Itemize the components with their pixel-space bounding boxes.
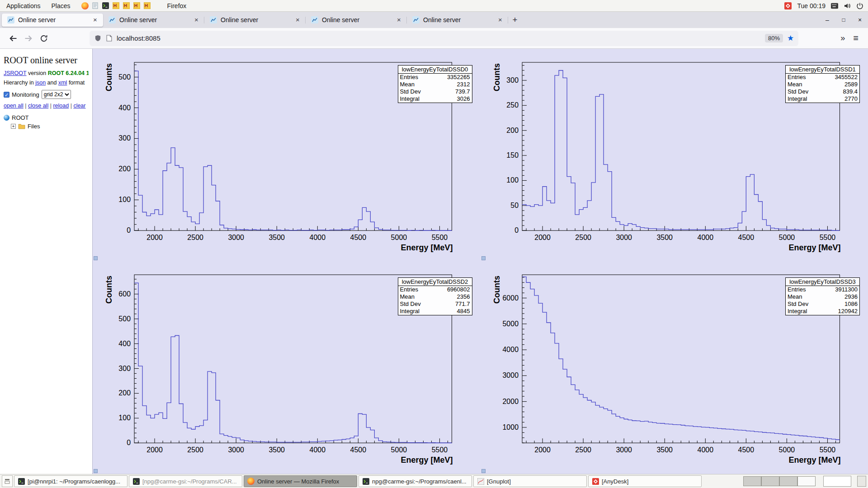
jsroot-link[interactable]: JSROOT [4, 70, 26, 76]
panel-resize-handle[interactable] [481, 256, 486, 260]
clock[interactable]: Tue 00:19 [797, 2, 826, 9]
stat-label: Std Dev [788, 300, 808, 308]
svg-text:4500: 4500 [350, 234, 367, 241]
layout-select[interactable]: grid 2x2 [42, 90, 71, 99]
tab-online-server-2[interactable]: Online server × [103, 14, 204, 27]
reload-button[interactable] [36, 31, 52, 46]
app-launcher-icon[interactable] [113, 2, 120, 9]
zoom-indicator[interactable]: 80% [765, 34, 783, 42]
taskbar-item-firefox[interactable]: Online server — Mozilla Firefox [244, 475, 357, 487]
workspace-4[interactable] [797, 476, 816, 486]
panel-resize-handle[interactable] [94, 256, 98, 260]
files-launcher-icon[interactable] [92, 2, 99, 9]
stats-box[interactable]: lowEnergyEyTotalDSSD3 Entries3911300 Mea… [785, 277, 860, 315]
power-icon[interactable] [856, 2, 863, 9]
tab-close-icon[interactable]: × [293, 16, 302, 24]
new-tab-button[interactable]: + [508, 14, 522, 27]
xml-link[interactable]: xml [58, 80, 67, 86]
app-launcher-icon[interactable] [123, 2, 130, 9]
minimize-button[interactable]: – [819, 13, 835, 27]
app-launcher-icon[interactable] [133, 2, 141, 9]
svg-text:250: 250 [506, 101, 519, 109]
tab-online-server-3[interactable]: Online server × [204, 14, 306, 27]
tab-close-icon[interactable]: × [91, 16, 99, 24]
stat-label: Mean [788, 293, 802, 300]
taskbar-item-anydesk[interactable]: [AnyDesk] [588, 475, 702, 487]
page-content: ROOT online server JSROOT version ROOT 6… [0, 49, 868, 474]
taskbar-item-terminal-2[interactable]: [npg@carme-gsi:~/Programs/CAR... [129, 475, 242, 487]
version-line: JSROOT version ROOT 6.24.04 13/07/2 [4, 70, 89, 76]
taskbar-corner-button[interactable] [857, 476, 866, 487]
panel-resize-handle[interactable] [481, 469, 486, 473]
bookmark-star-icon[interactable]: ★ [787, 33, 794, 43]
expand-icon[interactable]: + [11, 124, 16, 129]
page-info-icon[interactable] [105, 35, 113, 42]
reload-link[interactable]: reload [53, 103, 69, 109]
close-window-button[interactable]: × [852, 13, 868, 27]
svg-text:5000: 5000 [778, 234, 795, 241]
panel-resize-handle[interactable] [94, 469, 98, 473]
tab-title: Online server [18, 16, 87, 23]
clear-link[interactable]: clear [73, 103, 85, 109]
show-desktop-button[interactable] [823, 476, 851, 487]
tree-item-files[interactable]: + Files [4, 122, 89, 131]
url-bar[interactable]: localhost:8085 80% ★ [90, 31, 798, 46]
taskbar-item-terminal-3[interactable]: npg@carme-gsi:~/Programs/caenl... [359, 475, 472, 487]
svg-text:5500: 5500 [819, 234, 835, 241]
app-launcher-icon[interactable] [144, 2, 151, 9]
stat-label: Entries [788, 74, 806, 81]
open-all-link[interactable]: open all [4, 103, 24, 109]
close-all-link[interactable]: close all [28, 103, 48, 109]
stats-box[interactable]: lowEnergyEyTotalDSSD1 Entries3455522 Mea… [785, 65, 860, 103]
svg-text:3500: 3500 [656, 446, 673, 454]
firefox-launcher-icon[interactable] [81, 2, 89, 9]
terminal-launcher-icon[interactable] [102, 2, 109, 9]
tab-online-server-4[interactable]: Online server × [306, 14, 407, 27]
svg-text:Counts: Counts [492, 276, 501, 304]
places-menu[interactable]: Places [50, 2, 72, 9]
json-link[interactable]: json [35, 80, 46, 86]
shield-icon[interactable] [94, 35, 101, 42]
tab-close-icon[interactable]: × [496, 16, 505, 24]
window-list-button[interactable] [2, 475, 13, 487]
forward-button[interactable] [21, 31, 36, 46]
stats-box[interactable]: lowEnergyEyTotalDSSD2 Entries6960802 Mea… [398, 277, 472, 315]
toolbar-overflow-icon[interactable]: » [836, 33, 849, 43]
taskbar-item-gnuplot[interactable]: [Gnuplot] [473, 475, 587, 487]
volume-icon[interactable] [844, 2, 851, 9]
workspace-3[interactable] [779, 476, 797, 486]
monitoring-checkbox[interactable]: ✓ [4, 92, 9, 98]
stat-label: Std Dev [788, 88, 808, 95]
svg-text:Energy [MeV]: Energy [MeV] [788, 456, 840, 465]
tab-title: Online server [322, 16, 391, 23]
svg-text:0: 0 [127, 439, 131, 446]
svg-text:4500: 4500 [738, 446, 754, 454]
keyboard-indicator-icon[interactable] [831, 2, 838, 9]
stat-label: Entries [788, 286, 806, 293]
stats-box[interactable]: lowEnergyEyTotalDSSD0 Entries3352265 Mea… [398, 65, 472, 103]
tab-close-icon[interactable]: × [395, 16, 403, 24]
tab-online-server-5[interactable]: Online server × [407, 14, 508, 27]
taskbar-item-label: [npg@carme-gsi:~/Programs/CAR... [142, 478, 237, 485]
anydesk-tray-icon[interactable] [784, 2, 792, 9]
maximize-button[interactable]: □ [835, 13, 852, 27]
navigation-toolbar: localhost:8085 80% ★ » ≡ [0, 28, 868, 49]
workspace-2[interactable] [761, 476, 779, 486]
svg-text:500: 500 [118, 73, 131, 81]
svg-text:4500: 4500 [350, 446, 367, 454]
hamburger-menu-icon[interactable]: ≡ [849, 33, 863, 43]
tab-online-server-1[interactable]: Online server × [2, 14, 103, 27]
workspace-1[interactable] [743, 476, 761, 486]
terminal-icon [362, 478, 369, 485]
active-app-title: Firefox [167, 2, 187, 9]
jsroot-favicon [210, 16, 217, 23]
monitoring-row: ✓ Monitoring grid 2x2 [4, 90, 89, 99]
back-button[interactable] [5, 31, 21, 46]
svg-text:2000: 2000 [502, 398, 519, 405]
tab-close-icon[interactable]: × [192, 16, 201, 24]
tree-item-root[interactable]: ROOT [4, 113, 89, 122]
stats-title: lowEnergyEyTotalDSSD0 [398, 66, 472, 74]
taskbar-item-label: [Gnuplot] [487, 478, 511, 485]
applications-menu[interactable]: Applications [5, 2, 42, 9]
taskbar-item-terminal-1[interactable]: [pi@nnrpi1: ~/Programs/caenlogg... [14, 475, 127, 487]
